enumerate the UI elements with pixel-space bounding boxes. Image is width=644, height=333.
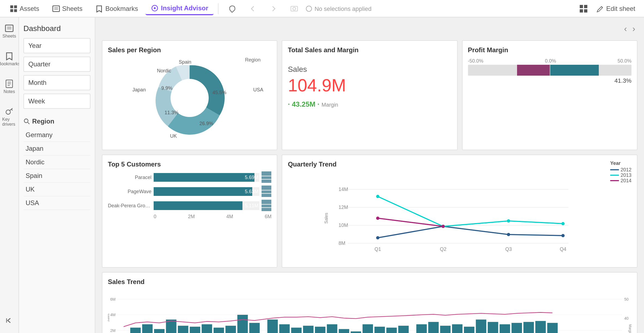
legend-2013: 2013 xyxy=(610,172,631,178)
sales-amount: 104.9M xyxy=(288,76,452,96)
region-japan[interactable]: Japan xyxy=(23,142,90,156)
svg-rect-78 xyxy=(202,324,212,333)
region-filter-section: Region Germany Japan Nordic Spain UK USA xyxy=(23,118,90,210)
region-uk[interactable]: UK xyxy=(23,183,90,196)
svg-text:8M: 8M xyxy=(339,240,345,246)
svg-rect-13 xyxy=(584,5,587,8)
assets-nav[interactable]: Assets xyxy=(4,2,45,14)
customer-sparkline-0 xyxy=(262,171,272,183)
sales-trend-chart: 6M 4M 2M 0 50 40 30 Sales Margin (%) xyxy=(108,289,631,333)
svg-text:Q1: Q1 xyxy=(375,246,381,252)
svg-text:Sales: Sales xyxy=(324,213,329,224)
svg-rect-83 xyxy=(267,320,278,333)
sidebar-key-drivers-label: Key drivers xyxy=(2,117,16,127)
svg-rect-87 xyxy=(315,327,325,333)
profit-center-marker xyxy=(550,65,550,76)
customer-name-0: Paracel xyxy=(108,174,151,180)
selection-tool[interactable] xyxy=(223,2,242,14)
prev-sheet-btn[interactable]: ‹ xyxy=(622,22,629,36)
svg-rect-14 xyxy=(579,9,583,12)
forward-tool[interactable] xyxy=(265,2,283,14)
svg-line-16 xyxy=(601,6,602,7)
svg-point-50 xyxy=(507,233,510,236)
customer-bar-track-0: 5.69M xyxy=(154,173,260,181)
svg-text:12M: 12M xyxy=(339,205,348,210)
svg-rect-94 xyxy=(398,326,409,333)
sales-value: 104.9M xyxy=(288,76,346,95)
sidebar-collapse-btn[interactable] xyxy=(3,314,16,329)
svg-point-52 xyxy=(376,195,379,198)
sheets-nav[interactable]: Sheets xyxy=(47,2,88,14)
sales-region-card: Sales per Region Region xyxy=(102,40,278,150)
insight-icon xyxy=(151,4,159,12)
svg-rect-91 xyxy=(363,324,373,333)
sidebar-sheets-btn[interactable]: Sheets xyxy=(0,22,18,41)
bookmarks-nav[interactable]: Bookmarks xyxy=(90,2,144,14)
svg-text:2M: 2M xyxy=(110,328,116,333)
svg-text:Q3: Q3 xyxy=(505,246,512,252)
sidebar-key-drivers-btn[interactable]: Key drivers xyxy=(0,105,19,129)
filter-quarter[interactable]: Quarter xyxy=(23,57,90,72)
filter-month[interactable]: Month xyxy=(23,75,90,90)
svg-rect-99 xyxy=(464,327,474,333)
svg-rect-81 xyxy=(237,315,248,333)
sales-trend-title: Sales Trend xyxy=(108,278,631,286)
insight-advisor-nav[interactable]: Insight Advisor xyxy=(146,2,214,15)
profit-label-center: 0.0% xyxy=(545,58,556,64)
svg-rect-101 xyxy=(488,322,498,333)
uk-label: UK xyxy=(170,133,177,139)
region-spain[interactable]: Spain xyxy=(23,169,90,183)
customers-bar-chart: Paracel 5.69M PageWave xyxy=(108,171,272,211)
svg-text:6M: 6M xyxy=(110,297,116,301)
margin-value: · 43.25M · xyxy=(288,100,320,108)
edit-sheet-button[interactable]: Edit sheet xyxy=(592,2,640,14)
grid-view-button[interactable] xyxy=(577,2,590,15)
svg-point-8 xyxy=(154,7,156,9)
svg-rect-95 xyxy=(416,324,427,333)
svg-rect-3 xyxy=(14,9,17,12)
svg-point-54 xyxy=(507,219,510,223)
sales-region-title: Sales per Region xyxy=(108,46,272,54)
filter-year[interactable]: Year xyxy=(23,38,90,53)
svg-rect-84 xyxy=(279,324,290,333)
next-sheet-btn[interactable]: › xyxy=(630,22,637,36)
snapshot-icon xyxy=(291,5,298,12)
assets-label: Assets xyxy=(20,5,39,12)
top-nav: Assets Sheets Bookmarks Insight Advisor xyxy=(0,0,644,17)
filter-week[interactable]: Week xyxy=(23,94,90,109)
lasso-icon xyxy=(229,5,236,12)
quarterly-title: Quarterly Trend xyxy=(288,161,337,168)
svg-point-28 xyxy=(24,119,28,123)
sidebar-notes-btn[interactable]: Notes xyxy=(1,77,17,96)
customer-value-1: 5.63M xyxy=(245,189,259,194)
nav-divider xyxy=(218,3,219,14)
nordic-label: Nordic xyxy=(157,68,171,73)
svg-text:14M: 14M xyxy=(339,187,348,192)
svg-point-10 xyxy=(293,7,296,10)
customer-bar-track-2: 5.11M xyxy=(154,201,260,210)
region-legend-label: Region xyxy=(245,57,261,63)
svg-rect-15 xyxy=(584,9,587,12)
nav-arrows: ‹ › xyxy=(622,22,637,36)
region-germany[interactable]: Germany xyxy=(23,128,90,142)
sales-label: Sales xyxy=(288,65,452,73)
svg-rect-105 xyxy=(535,321,546,333)
svg-rect-0 xyxy=(10,5,13,8)
svg-text:26.9%: 26.9% xyxy=(199,121,213,126)
usa-label: USA xyxy=(253,87,263,92)
profit-label-right: 50.0% xyxy=(618,58,631,64)
back-tool[interactable] xyxy=(244,2,262,14)
svg-point-51 xyxy=(561,234,565,237)
region-usa[interactable]: USA xyxy=(23,196,90,210)
profit-bar-container: -50.0% 0.0% 50.0% 41.3% xyxy=(468,58,631,84)
sidebar-sheets-icon xyxy=(5,24,14,33)
region-nordic[interactable]: Nordic xyxy=(23,156,90,169)
customer-bar-fill-1 xyxy=(154,187,252,196)
svg-rect-72 xyxy=(130,328,141,333)
snapshot-tool[interactable] xyxy=(285,2,304,14)
svg-rect-80 xyxy=(226,326,236,333)
svg-rect-90 xyxy=(351,331,361,333)
svg-text:Margin (%): Margin (%) xyxy=(628,324,631,333)
legend-2014: 2014 xyxy=(610,178,631,183)
svg-rect-82 xyxy=(249,323,260,333)
